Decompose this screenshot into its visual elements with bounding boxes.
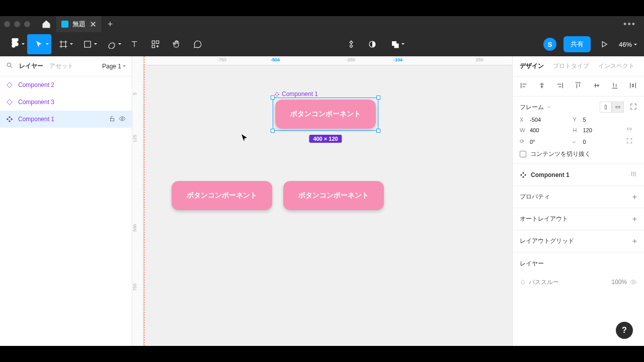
selection-handle-ne[interactable] — [376, 96, 380, 100]
comment-tool[interactable] — [187, 34, 208, 54]
add-property-icon[interactable]: + — [632, 193, 637, 202]
frame-tool[interactable] — [51, 34, 75, 54]
pen-tool[interactable] — [100, 34, 124, 54]
user-avatar[interactable]: S — [543, 38, 556, 51]
guide-line[interactable] — [144, 56, 144, 346]
rotation-icon: ⟳ — [520, 138, 526, 145]
component-header: Component 1 — [513, 164, 644, 186]
figma-menu[interactable] — [3, 34, 27, 54]
visibility-icon[interactable] — [119, 115, 126, 124]
layer-name: Component 3 — [18, 99, 54, 106]
add-layoutgrid-icon[interactable]: + — [632, 237, 637, 246]
layer-item-component-2[interactable]: Component 2 — [0, 76, 132, 94]
instance-button-1[interactable]: ボタンコンポーネント — [172, 181, 272, 210]
x-input[interactable]: -504 — [530, 117, 569, 123]
frame-section: フレーム X -504 Y 5 W 400 — [513, 97, 644, 164]
share-button[interactable]: 共有 — [564, 36, 591, 52]
visibility-icon[interactable] — [630, 279, 637, 286]
independent-corners-icon[interactable] — [626, 137, 637, 146]
document-tab[interactable]: 無題 — [56, 16, 102, 32]
svg-rect-2 — [152, 41, 154, 43]
align-left-icon[interactable] — [520, 81, 528, 91]
maximize-window[interactable] — [24, 21, 30, 27]
rotation-input[interactable]: 0° — [530, 139, 569, 145]
layoutgrid-section[interactable]: レイアウトグリッド + — [513, 230, 644, 252]
tab-prototype[interactable]: プロトタイプ — [553, 62, 589, 70]
properties-section[interactable]: プロパティ + — [513, 186, 644, 208]
layer-name: Component 1 — [18, 116, 54, 123]
clip-content-checkbox[interactable] — [520, 151, 526, 157]
move-tool[interactable] — [27, 34, 51, 54]
component-settings-icon[interactable] — [630, 170, 637, 179]
layers-tab[interactable]: レイヤー — [19, 62, 43, 70]
search-icon[interactable] — [6, 62, 13, 71]
shape-tool[interactable] — [75, 34, 100, 54]
text-tool[interactable] — [124, 34, 145, 54]
svg-rect-11 — [605, 105, 607, 109]
width-input[interactable]: 400 — [530, 127, 569, 133]
page-selector[interactable]: Page 1 — [102, 63, 126, 70]
align-vcenter-icon[interactable] — [593, 81, 601, 91]
selection-handle-nw[interactable] — [271, 96, 275, 100]
height-input[interactable]: 120 — [583, 127, 622, 133]
constrain-proportions-icon[interactable] — [626, 126, 637, 134]
add-autolayout-icon[interactable]: + — [632, 215, 637, 224]
layer-section[interactable]: レイヤー — [513, 252, 644, 275]
align-top-icon[interactable] — [574, 81, 582, 91]
instance-icon — [6, 99, 13, 106]
svg-rect-3 — [156, 41, 159, 43]
alignment-controls — [513, 76, 644, 97]
help-button[interactable]: ? — [616, 322, 633, 339]
y-input[interactable]: 5 — [583, 117, 622, 123]
close-tab-icon[interactable] — [90, 21, 97, 28]
layer-item-component-1[interactable]: Component 1 — [0, 111, 132, 128]
instance-icon — [6, 81, 13, 88]
dimension-badge: 400 × 120 — [309, 135, 342, 143]
window-menu-icon[interactable]: ••• — [619, 19, 640, 30]
close-window[interactable] — [4, 21, 10, 27]
minimize-window[interactable] — [14, 21, 20, 27]
new-tab-button[interactable]: + — [102, 19, 118, 30]
assets-tab[interactable]: アセット — [49, 62, 73, 70]
selection-handle-se[interactable] — [376, 129, 380, 133]
svg-point-8 — [7, 63, 11, 66]
autolayout-section[interactable]: オートレイアウト + — [513, 208, 644, 230]
resize-vertical-icon[interactable] — [600, 102, 612, 113]
home-icon[interactable] — [36, 19, 56, 29]
opacity-input[interactable]: 100% — [611, 279, 627, 286]
layer-item-component-3[interactable]: Component 3 — [0, 94, 132, 111]
hand-tool[interactable] — [166, 34, 187, 54]
resize-horizontal-icon[interactable] — [612, 102, 624, 113]
mask-tool-icon[interactable] — [362, 34, 383, 54]
component-icon — [6, 116, 13, 123]
align-bottom-icon[interactable] — [611, 81, 619, 91]
tab-design[interactable]: デザイン — [520, 62, 544, 70]
document-icon — [61, 21, 68, 28]
selection-outline — [273, 98, 378, 131]
zoom-menu[interactable]: 46% — [615, 41, 641, 48]
lock-icon[interactable] — [109, 115, 116, 124]
blend-icon — [520, 279, 526, 285]
align-right-icon[interactable] — [556, 81, 564, 91]
window-titlebar: 無題 + ••• — [0, 16, 644, 32]
canvas-area[interactable]: 5 125 500 750 -750 -504 -250 -104 250 Co… — [132, 56, 512, 346]
selection-label[interactable]: Component 1 — [274, 90, 318, 98]
tab-inspect[interactable]: インスペクト — [598, 62, 634, 70]
component-icon — [520, 171, 527, 178]
boolean-tool-icon[interactable] — [383, 34, 407, 54]
component-tool-icon[interactable] — [341, 34, 362, 54]
traffic-lights — [4, 21, 30, 27]
selection-handle-sw[interactable] — [271, 129, 275, 133]
svg-point-13 — [632, 281, 634, 283]
present-button[interactable] — [594, 34, 615, 54]
chevron-down-icon[interactable] — [547, 105, 551, 109]
blend-mode-row[interactable]: パススルー 100% — [513, 275, 644, 290]
resources-tool[interactable] — [145, 34, 166, 54]
radius-input[interactable]: 0 — [583, 139, 622, 145]
main-toolbar: S 共有 46% — [0, 32, 644, 56]
align-hcenter-icon[interactable] — [538, 81, 546, 91]
design-panel: デザイン プロトタイプ インスペクト フレーム — [512, 56, 644, 346]
instance-button-2[interactable]: ボタンコンポーネント — [283, 181, 384, 210]
distribute-icon[interactable] — [629, 81, 637, 91]
fit-icon[interactable] — [630, 103, 637, 112]
